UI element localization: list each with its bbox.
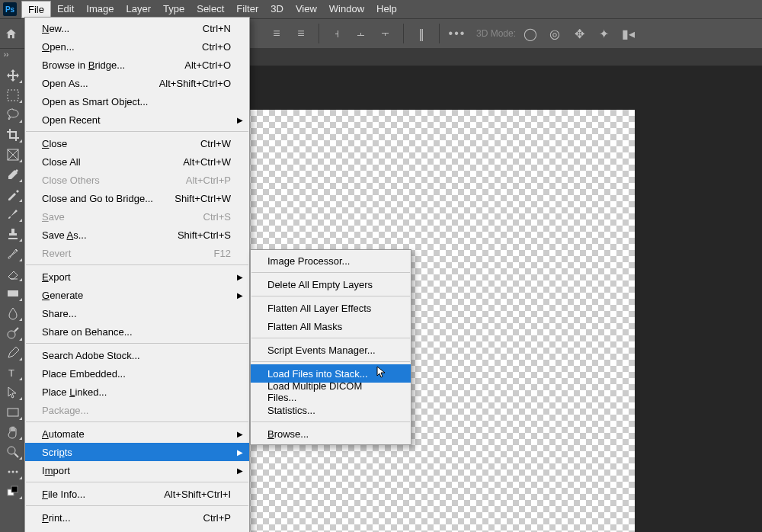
menu-item-share[interactable]: Share... [25,304,249,322]
menu-item-label: Save As... [42,229,178,241]
menu-item-new[interactable]: New...Ctrl+N [25,19,249,37]
menu-item-flatten-all-masks[interactable]: Flatten All Masks [251,317,411,335]
tool-pen[interactable] [2,344,24,362]
submenu-arrow-icon: ▶ [237,291,243,300]
tool-type[interactable]: T [2,364,24,382]
menu-item-save-as[interactable]: Save As...Shift+Ctrl+S [25,226,249,244]
menubar-file[interactable]: File [21,1,51,18]
menu-item-label: Delete All Empty Layers [267,279,392,290]
tool-eyedropper[interactable] [2,165,24,184]
menu-item-close-others: Close OthersAlt+Ctrl+P [25,171,249,189]
tool-dodge[interactable] [2,324,24,342]
mode-label: 3D Mode: [476,28,516,39]
tool-path-select[interactable] [2,383,24,402]
menu-separator [251,272,410,273]
menu-item-search-adobe-stock[interactable]: Search Adobe Stock... [25,346,249,364]
menu-item-automate[interactable]: Automate▶ [25,425,249,443]
menu-item-script-events-manager[interactable]: Script Events Manager... [251,341,411,359]
menu-item-close[interactable]: CloseCtrl+W [25,134,249,152]
menu-shortcut: Alt+Ctrl+P [186,175,231,186]
menu-item-browse[interactable]: Browse... [251,425,411,443]
menu-item-open-as[interactable]: Open As...Alt+Shift+Ctrl+O [25,74,249,92]
align-icon[interactable]: ≡ [267,24,287,43]
menu-item-label: Script Events Manager... [267,345,392,356]
tool-lasso[interactable] [2,106,24,124]
menu-item-label: Browse in Bridge... [42,59,184,71]
svg-point-3 [8,331,15,338]
menu-item-label: Save [42,211,203,223]
menubar-select[interactable]: Select [190,1,230,18]
tool-rectangle[interactable] [2,403,24,421]
menu-item-label: New... [42,23,203,34]
menubar-layer[interactable]: Layer [120,1,158,18]
menu-item-place-embedded[interactable]: Place Embedded... [25,364,249,383]
tool-move[interactable] [2,66,24,85]
menubar-image[interactable]: Image [80,1,120,18]
menu-item-label: Search Adobe Stock... [42,350,231,361]
expand-handle[interactable]: ›› [0,49,12,59]
svg-rect-11 [11,486,18,492]
menubar-3d[interactable]: 3D [264,1,290,18]
menu-item-label: Place Linked... [42,386,231,398]
menu-item-scripts[interactable]: Scripts▶ [25,443,249,461]
overflow-icon[interactable]: ••• [447,24,467,43]
menu-item-share-on-behance[interactable]: Share on Behance... [25,322,249,341]
align-icon[interactable]: ≡ [291,24,311,43]
tool-blur[interactable] [2,304,24,322]
menu-item-label: Close Others [42,175,186,186]
move3d-icon[interactable]: ✥ [569,24,589,43]
menubar-type[interactable]: Type [157,1,190,18]
menu-item-browse-in-bridge[interactable]: Browse in Bridge...Alt+Ctrl+O [25,56,249,74]
menu-item-export[interactable]: Export▶ [25,268,249,286]
tool-brush[interactable] [2,205,24,223]
menubar-filter[interactable]: Filter [230,1,264,18]
orbit-icon[interactable]: ◯ [520,24,540,43]
menu-item-close-all[interactable]: Close AllAlt+Ctrl+W [25,152,249,171]
menu-item-print[interactable]: Print...Ctrl+P [25,508,249,527]
tool-stamp[interactable] [2,225,24,243]
tool-history-brush[interactable] [2,245,24,263]
menu-item-load-multiple-dicom-files[interactable]: Load Multiple DICOM Files... [251,383,411,401]
tool-eraser[interactable] [2,264,24,283]
menubar-help[interactable]: Help [370,1,403,18]
tool-gradient[interactable] [2,284,24,303]
tool-marquee[interactable] [2,86,24,104]
menu-item-delete-all-empty-layers[interactable]: Delete All Empty Layers [251,275,411,293]
menu-shortcut: Ctrl+P [203,512,231,524]
menu-shortcut: Alt+Ctrl+W [183,156,231,168]
menu-item-print-one-copy[interactable]: Print One CopyAlt+Shift+Ctrl+P [25,527,249,532]
menu-item-generate[interactable]: Generate▶ [25,286,249,304]
tool-brush-heal[interactable] [2,185,24,204]
tool-color-swap[interactable] [2,482,24,501]
menu-item-file-info[interactable]: File Info...Alt+Shift+Ctrl+I [25,485,249,503]
menu-item-flatten-all-layer-effects[interactable]: Flatten All Layer Effects [251,299,411,317]
orbit-icon[interactable]: ◎ [545,24,565,43]
tool-hand[interactable] [2,423,24,441]
menubar-view[interactable]: View [290,1,323,18]
distribute-icon[interactable]: ⫞ [327,24,347,43]
camera-icon[interactable]: ▮◂ [618,24,638,43]
menu-item-close-and-go-to-bridge[interactable]: Close and Go to Bridge...Shift+Ctrl+W [25,189,249,207]
menu-item-open[interactable]: Open...Ctrl+O [25,37,249,56]
menu-item-label: Load Files into Stack... [267,368,392,380]
tool-crop[interactable] [2,126,24,144]
distribute-icon[interactable]: ⫟ [376,24,395,43]
menu-item-open-recent[interactable]: Open Recent▶ [25,111,249,129]
menu-separator [26,343,248,344]
tool-zoom[interactable] [2,443,24,461]
menu-item-place-linked[interactable]: Place Linked... [25,383,249,401]
tool-more[interactable] [2,463,24,481]
menu-item-open-as-smart-object[interactable]: Open as Smart Object... [25,92,249,111]
tool-frame[interactable] [2,146,24,164]
menu-item-label: Scripts [42,447,231,458]
menu-item-label: Open Recent [42,114,231,126]
distribute-icon[interactable]: ⫠ [351,24,371,43]
menubar-window[interactable]: Window [323,1,370,18]
menubar-edit[interactable]: Edit [51,1,80,18]
menu-item-statistics[interactable]: Statistics... [251,401,411,419]
menu-item-import[interactable]: Import▶ [25,461,249,479]
scale3d-icon[interactable]: ✦ [594,24,613,43]
distribute-icon[interactable]: ‖ [411,24,431,43]
menu-item-image-processor[interactable]: Image Processor... [251,252,411,270]
home-icon[interactable] [5,23,26,44]
